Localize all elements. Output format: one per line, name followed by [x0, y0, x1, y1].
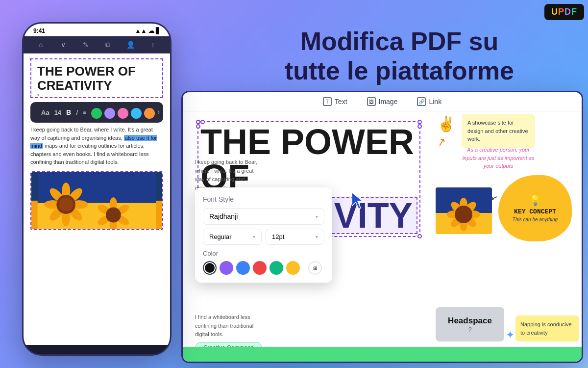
chevron-style-icon: ▾ [253, 234, 255, 239]
format-more[interactable]: › [157, 108, 160, 119]
swatch-green[interactable] [270, 261, 283, 275]
updf-p: P [558, 7, 564, 17]
phone-copy-icon[interactable]: ⧉ [102, 39, 113, 50]
tablet-right-panel: ✌️ ↗ A showcase site for design and othe… [435, 111, 582, 359]
key-concept-container: 💡 KEY CONCEPT This can be anything [498, 175, 574, 246]
updf-f: F [571, 7, 577, 17]
phone-content: THE POWER OF CREATIVITY Aa 14 B I ≡ › I … [24, 53, 170, 345]
page-title: Modifica PDF su tutte le piattaforme [240, 27, 559, 86]
header-section: Modifica PDF su tutte le piattaforme [240, 27, 559, 86]
swatch-blue[interactable] [236, 261, 250, 275]
bulb-icon: 💡 [529, 194, 541, 206]
phone-user-icon[interactable]: 👤 [125, 39, 136, 50]
phone-image-box [30, 171, 163, 230]
phone-mockup: 9:41 ▲▲ ☁ ▋ ⌂ ∨ ✎ ⧉ 👤 ↑ THE POWER OF CRE… [22, 22, 172, 356]
format-bold[interactable]: B [66, 108, 71, 116]
headspace-suffix: ? [468, 326, 471, 333]
color-pink[interactable] [118, 108, 128, 119]
font-size-value: 12pt [272, 233, 284, 240]
tablet-toolbar: T Text 🖼 Image 🔗 Link [183, 92, 582, 111]
updf-u: U [551, 7, 558, 17]
phone-format-bar[interactable]: Aa 14 B I ≡ › [30, 102, 163, 123]
color-label: Color [203, 250, 324, 257]
sunflower-svg [31, 172, 162, 229]
font-family-value: Rajdhanji [209, 212, 238, 220]
image-icon: 🖼 [367, 97, 376, 106]
font-size-select[interactable]: 12pt ▾ [266, 229, 324, 245]
format-colors: › [91, 108, 160, 119]
tablet-sunflower [436, 187, 492, 234]
text-icon: T [323, 97, 332, 106]
toolbar-image[interactable]: 🖼 Image [367, 97, 398, 106]
phone-body-text: I keep going back to Bear, where I write… [30, 126, 163, 166]
swatch-purple[interactable] [220, 261, 233, 275]
swatch-black[interactable] [203, 261, 217, 275]
phone-title-box: THE POWER OF CREATIVITY [30, 58, 163, 98]
svg-point-30 [455, 206, 472, 223]
phone-toolbar: ⌂ ∨ ✎ ⧉ 👤 ↑ [24, 36, 170, 53]
italic-text: As a creative person, your inputs are ju… [459, 146, 538, 170]
toolbar-link[interactable]: 🔗 Link [417, 97, 441, 106]
headspace-card: Headspace ? [436, 307, 504, 342]
font-popup-title: Font Style [203, 195, 324, 203]
key-concept-main: KEY CONCEPT [514, 208, 556, 215]
color-green[interactable] [91, 108, 102, 119]
color-swatches: ⊞ [203, 261, 324, 275]
key-concept-blob: 💡 KEY CONCEPT This can be anything [498, 175, 572, 241]
peace-icon: ✌️ [437, 115, 455, 132]
swatch-red[interactable] [253, 261, 267, 275]
tablet-content: THE POWER OF CREATIVITY Font Style Rajdh… [183, 111, 582, 359]
font-family-select[interactable]: Rajdhanji ▾ [203, 208, 324, 225]
toolbar-text-label: Text [335, 98, 347, 105]
color-sky[interactable] [131, 108, 142, 119]
link-icon: 🔗 [417, 97, 426, 106]
phone-sunflower-bg [31, 172, 162, 229]
font-style-popup: Font Style Rajdhanji ▾ Regular ▾ 12pt ▾ … [195, 187, 332, 283]
toolbar-text[interactable]: T Text [323, 97, 347, 106]
svg-point-18 [106, 207, 121, 222]
phone-icons: ▲▲ ☁ ▋ [135, 27, 160, 34]
updf-logo: UPDF [544, 4, 584, 20]
swatch-more-icon[interactable]: ⊞ [308, 261, 322, 275]
font-style-select[interactable]: Regular ▾ [203, 229, 262, 245]
phone-share-icon[interactable]: ↑ [147, 39, 158, 50]
phone-status-bar: 9:41 ▲▲ ☁ ▋ [24, 24, 170, 36]
napping-card: Napping is conducive to creativity [515, 315, 579, 342]
svg-marker-19 [352, 192, 363, 209]
svg-point-11 [59, 197, 73, 211]
phone-home-icon[interactable]: ⌂ [35, 39, 46, 50]
format-align[interactable]: ≡ [83, 109, 86, 116]
key-concept-sub: This can be anything [513, 217, 558, 222]
swatch-yellow[interactable] [286, 261, 300, 275]
color-purple[interactable] [104, 108, 115, 119]
tablet-sunflower-svg [436, 187, 492, 234]
format-aa[interactable]: Aa [41, 109, 49, 116]
font-style-row: Regular ▾ 12pt ▾ [203, 229, 324, 245]
bottom-bar [183, 347, 582, 362]
chevron-down-icon: ▾ [316, 214, 318, 219]
tablet-main: THE POWER OF CREATIVITY Font Style Rajdh… [183, 111, 435, 359]
cursor-arrow [352, 192, 367, 212]
format-italic[interactable]: I [76, 108, 78, 116]
toolbar-image-label: Image [379, 98, 398, 105]
updf-d: D [564, 7, 571, 17]
toolbar-link-label: Link [429, 98, 441, 105]
tablet-bottom-text: I find a whiteboard less confining than … [195, 313, 259, 339]
phone-time: 9:41 [33, 27, 45, 34]
chevron-size-icon: ▾ [316, 234, 318, 239]
font-style-value: Regular [209, 233, 232, 240]
showcase-card: A showcase site for design and other cre… [462, 114, 535, 148]
phone-pencil-icon[interactable]: ✎ [80, 39, 91, 50]
format-num[interactable]: 14 [54, 109, 61, 116]
tablet-mockup: T Text 🖼 Image 🔗 Link [181, 91, 583, 363]
phone-title-text: THE POWER OF CREATIVITY [37, 64, 156, 92]
star-icon: ✦ [506, 329, 514, 342]
phone-dropdown-icon[interactable]: ∨ [58, 39, 69, 50]
arrow-icon: ↗ [436, 135, 447, 150]
color-orange[interactable] [144, 108, 155, 119]
headspace-text: Headspace [448, 316, 492, 326]
